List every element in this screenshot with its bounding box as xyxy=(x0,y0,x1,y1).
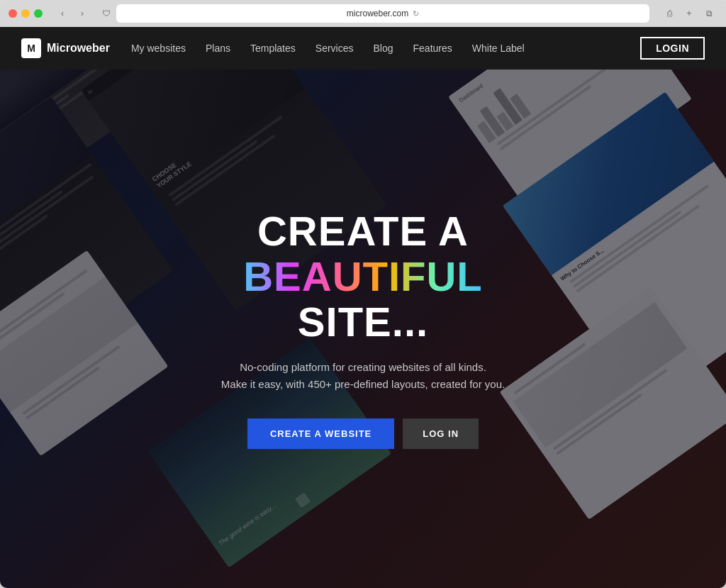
tabs-button[interactable]: ⧉ xyxy=(700,6,717,21)
maximize-button[interactable] xyxy=(34,9,43,18)
nav-links: My websites Plans Templates Services Blo… xyxy=(131,43,640,54)
address-bar[interactable]: microweber.com ↻ xyxy=(116,4,649,23)
hero-login-button[interactable]: LOG IN xyxy=(403,418,479,449)
hero-title: CREATE A BEAUTIFUL SITE... xyxy=(243,209,483,344)
shield-icon: 🛡 xyxy=(102,9,111,18)
address-bar-container: 🛡 microweber.com ↻ xyxy=(102,4,649,23)
close-button[interactable] xyxy=(9,9,17,18)
nav-templates[interactable]: Templates xyxy=(250,43,296,54)
hero-title-line1: CREATE A xyxy=(243,209,483,254)
logo-text: Microweber xyxy=(47,42,110,55)
hero-subtitle: No-coding platform for creating websites… xyxy=(221,359,505,393)
hero-title-line3: SITE... xyxy=(243,299,483,345)
nav-features[interactable]: Features xyxy=(413,43,452,54)
website-content: M Microweber My websites Plans Templates… xyxy=(0,27,726,588)
navbar: M Microweber My websites Plans Templates… xyxy=(0,27,726,70)
traffic-lights xyxy=(9,9,43,18)
browser-nav-controls: ‹ › xyxy=(54,6,91,21)
browser-window: ‹ › 🛡 microweber.com ↻ ⎙ + ⧉ M Microwebe… xyxy=(0,0,726,588)
logo[interactable]: M Microweber xyxy=(21,38,110,58)
logo-icon: M xyxy=(21,38,41,58)
nav-plans[interactable]: Plans xyxy=(206,43,230,54)
hero-buttons: CREATE A WEBSITE LOG IN xyxy=(247,418,479,449)
url-text: microweber.com xyxy=(347,9,408,18)
new-tab-button[interactable]: + xyxy=(681,6,698,21)
browser-action-buttons: ⎙ + ⧉ xyxy=(661,6,717,21)
reload-icon[interactable]: ↻ xyxy=(413,9,419,18)
login-button[interactable]: LOGIN xyxy=(640,37,705,60)
hero-content: CREATE A BEAUTIFUL SITE... No-coding pla… xyxy=(0,70,726,588)
hero-subtitle-line2: Make it easy, with 450+ pre-defined layo… xyxy=(221,378,505,390)
hero-section: Blog Style About Us xyxy=(0,70,726,588)
nav-white-label[interactable]: White Label xyxy=(472,43,525,54)
nav-services[interactable]: Services xyxy=(315,43,354,54)
back-button[interactable]: ‹ xyxy=(54,6,71,21)
share-button[interactable]: ⎙ xyxy=(661,6,678,21)
hero-subtitle-line1: No-coding platform for creating websites… xyxy=(240,361,486,373)
nav-my-websites[interactable]: My websites xyxy=(131,43,186,54)
browser-titlebar: ‹ › 🛡 microweber.com ↻ ⎙ + ⧉ xyxy=(0,0,726,27)
minimize-button[interactable] xyxy=(21,9,30,18)
create-website-button[interactable]: CREATE A WEBSITE xyxy=(247,418,394,449)
forward-button[interactable]: › xyxy=(74,6,91,21)
hero-title-line2: BEAUTIFUL xyxy=(243,254,483,299)
nav-blog[interactable]: Blog xyxy=(373,43,393,54)
